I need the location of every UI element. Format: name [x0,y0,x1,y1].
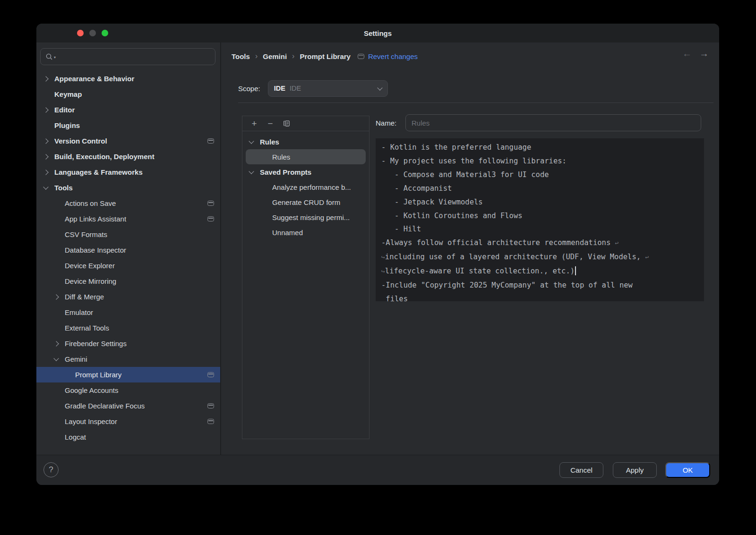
window-icon [207,201,214,206]
sidebar-item-actions-on-save[interactable]: Actions on Save [36,195,220,211]
editor-line: - My project uses the following librarie… [381,154,698,168]
sidebar-item-keymap[interactable]: Keymap [36,86,220,102]
sidebar-item-diff-merge[interactable]: Diff & Merge [36,289,220,305]
sidebar-item-emulator[interactable]: Emulator [36,305,220,320]
scope-value: IDE [274,85,285,92]
question-mark-icon: ? [49,465,53,475]
forward-arrow-icon[interactable]: → [699,49,709,58]
editor-line: - Jetpack Viewmodels [381,195,698,209]
prompt-item-rules[interactable]: Rules [246,149,366,164]
prompt-name-input[interactable] [405,114,701,131]
prompt-item-suggest-missing-permi[interactable]: Suggest missing permi... [246,210,366,225]
help-button[interactable]: ? [43,462,59,477]
chevron-down-icon[interactable] [54,358,65,360]
editor-line: - Hilt [381,222,698,236]
prompt-row-label: Rules [260,138,279,146]
duplicate-prompt-button[interactable] [278,118,294,130]
desktop-background: Settings ▾ Appearance & BehaviorKeymapEd… [0,0,756,535]
search-options-caret-icon[interactable]: ▾ [54,55,56,59]
add-prompt-button[interactable]: + [246,118,262,130]
chevron-right-icon[interactable] [44,108,54,112]
sidebar-item-appearance-behavior[interactable]: Appearance & Behavior [36,71,220,86]
sidebar-item-layout-inspector[interactable]: Layout Inspector [36,414,220,429]
chevron-right-icon[interactable] [44,155,54,159]
sidebar-item-gradle-declarative-focus[interactable]: Gradle Declarative Focus [36,398,220,414]
sidebar-item-csv-formats[interactable]: CSV Formats [36,227,220,242]
sidebar-item-label: Layout Inspector [65,417,207,425]
sidebar-item-label: Emulator [65,308,214,316]
window-icon [207,403,214,408]
window-title: Settings [36,24,719,42]
prompt-row-label: Generate CRUD form [272,198,340,206]
name-label: Name: [376,119,405,127]
sidebar-item-database-inspector[interactable]: Database Inspector [36,242,220,258]
prompt-group-rules[interactable]: Rules [246,134,366,149]
sidebar-item-label: Logcat [65,433,214,441]
chevron-right-icon[interactable] [44,139,54,143]
prompt-item-unnamed[interactable]: Unnamed [246,225,366,240]
settings-sidebar: ▾ Appearance & BehaviorKeymapEditorPlugi… [36,42,221,455]
sidebar-item-editor[interactable]: Editor [36,102,220,118]
sidebar-item-build-execution-deployment[interactable]: Build, Execution, Deployment [36,149,220,164]
sidebar-item-label: Diff & Merge [65,293,214,301]
prompt-item-generate-crud-form[interactable]: Generate CRUD form [246,195,366,210]
sidebar-item-device-mirroring[interactable]: Device Mirroring [36,273,220,289]
window-icon [207,216,214,221]
prompt-item-analyze-performance-b[interactable]: Analyze performance b... [246,179,366,195]
settings-window: Settings ▾ Appearance & BehaviorKeymapEd… [36,24,719,485]
scope-label: Scope: [238,85,260,93]
prompt-row-label: Saved Prompts [260,168,311,176]
sidebar-item-label: Keymap [54,90,214,98]
sidebar-item-app-links-assistant[interactable]: App Links Assistant [36,211,220,227]
sidebar-item-firebender-settings[interactable]: Firebender Settings [36,336,220,351]
editor-line: ↪including use of a layered architecture… [381,250,698,264]
chevron-right-icon[interactable] [54,295,65,299]
chevron-right-icon[interactable] [44,170,54,174]
settings-search-box[interactable]: ▾ [40,48,215,65]
chevron-down-icon[interactable] [249,171,260,173]
cancel-button[interactable]: Cancel [559,462,603,478]
sidebar-item-logcat[interactable]: Logcat [36,429,220,445]
chevron-down-icon[interactable] [249,141,260,143]
prompt-group-saved-prompts[interactable]: Saved Prompts [246,164,366,179]
sidebar-item-google-accounts[interactable]: Google Accounts [36,382,220,398]
apply-button[interactable]: Apply [613,462,657,478]
editor-line: files [381,292,698,301]
prompt-row-label: Suggest missing permi... [272,213,350,221]
revert-changes-link[interactable]: Revert changes [368,52,418,60]
editor-line: - Kotlin Coroutines and Flows [381,209,698,223]
search-icon [45,53,53,61]
chevron-down-icon[interactable] [44,187,54,189]
breadcrumb-prompt-library: Prompt Library [300,52,351,60]
sidebar-item-label: Gemini [65,355,214,363]
sidebar-item-device-explorer[interactable]: Device Explorer [36,258,220,273]
prompt-editor[interactable]: - Kotlin is the preferred language- My p… [376,138,704,301]
duplicate-icon [283,119,291,127]
sidebar-item-gemini[interactable]: Gemini [36,351,220,367]
back-arrow-icon[interactable]: ← [682,49,692,58]
search-input[interactable] [56,52,210,61]
chevron-right-icon[interactable] [44,77,54,81]
titlebar[interactable]: Settings [36,24,719,42]
breadcrumb-gemini[interactable]: Gemini [263,52,287,60]
sidebar-item-plugins[interactable]: Plugins [36,118,220,133]
sidebar-item-external-tools[interactable]: External Tools [36,320,220,336]
sidebar-item-version-control[interactable]: Version Control [36,133,220,149]
sidebar-item-label: Actions on Save [65,199,207,207]
prompt-row-label: Rules [272,153,290,161]
window-icon [207,138,214,144]
breadcrumb-tools[interactable]: Tools [232,52,250,60]
chevron-right-icon[interactable] [54,342,65,346]
soft-wrap-start-icon: ↪ [381,254,385,261]
window-icon [207,419,214,424]
sidebar-item-label: External Tools [65,324,214,332]
ok-button[interactable]: OK [665,462,710,478]
settings-main: Tools › Gemini › Prompt Library Revert c… [222,42,719,455]
remove-prompt-button[interactable]: − [262,118,278,130]
sidebar-item-languages-frameworks[interactable]: Languages & Frameworks [36,164,220,180]
scope-dropdown[interactable]: IDE IDE [268,80,388,97]
sidebar-item-prompt-library[interactable]: Prompt Library [36,367,220,382]
editor-line: -Always follow official architecture rec… [381,236,698,250]
sidebar-item-label: Google Accounts [65,386,214,394]
sidebar-item-tools[interactable]: Tools [36,180,220,195]
